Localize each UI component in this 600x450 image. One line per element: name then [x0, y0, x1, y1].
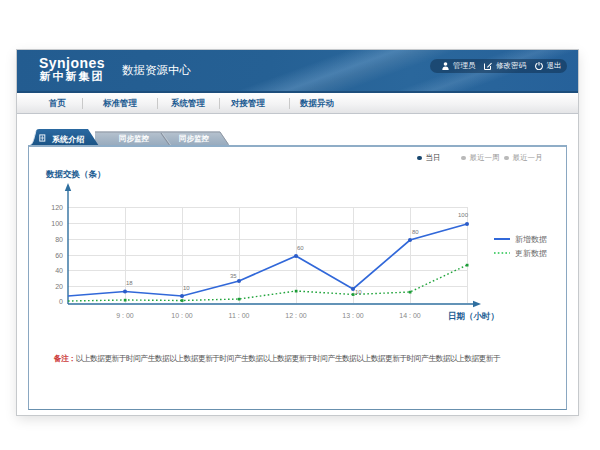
svg-text:120: 120 — [51, 204, 63, 211]
svg-text:13 : 00: 13 : 00 — [342, 312, 364, 319]
svg-text:80: 80 — [412, 229, 419, 235]
svg-text:80: 80 — [55, 236, 63, 243]
svg-text:18: 18 — [126, 280, 133, 286]
svg-text:35: 35 — [230, 273, 237, 279]
svg-text:40: 40 — [55, 267, 63, 274]
svg-text:11 : 00: 11 : 00 — [229, 312, 250, 319]
svg-text:新增数据: 新增数据 — [515, 235, 547, 244]
svg-text:60: 60 — [55, 252, 63, 259]
svg-text:14 : 00: 14 : 00 — [399, 312, 421, 319]
svg-text:更新数据: 更新数据 — [515, 249, 547, 258]
svg-text:10: 10 — [355, 289, 362, 295]
svg-text:0: 0 — [59, 298, 63, 305]
svg-text:100: 100 — [458, 212, 469, 218]
svg-text:9 : 00: 9 : 00 — [116, 312, 134, 319]
svg-text:60: 60 — [297, 245, 304, 251]
svg-text:20: 20 — [55, 283, 63, 290]
svg-text:10: 10 — [183, 285, 190, 291]
svg-text:10 : 00: 10 : 00 — [171, 312, 193, 319]
svg-text:100: 100 — [51, 220, 63, 227]
svg-text:12 : 00: 12 : 00 — [285, 312, 307, 319]
